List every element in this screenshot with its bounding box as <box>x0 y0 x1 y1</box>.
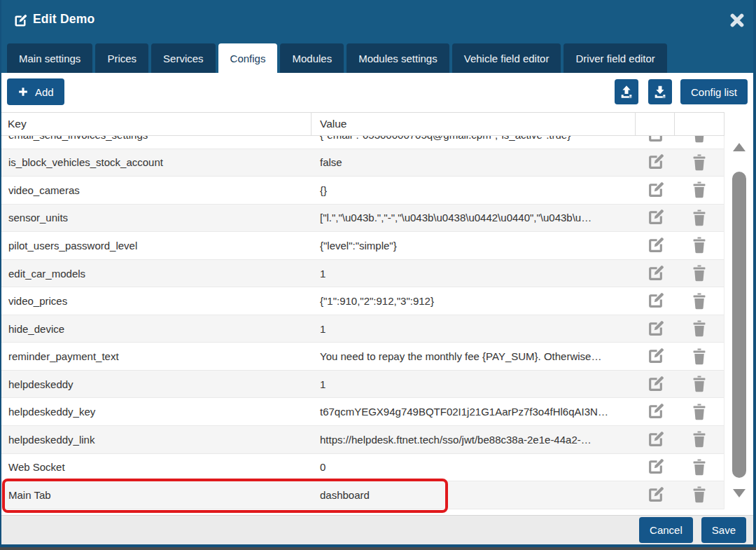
trash-icon <box>692 181 707 198</box>
scrollbar-thumb[interactable] <box>732 172 746 478</box>
trash-icon <box>692 459 707 476</box>
row-key: Web Socket <box>1 461 312 473</box>
tab-prices[interactable]: Prices <box>95 43 148 73</box>
row-value: 1 <box>312 323 636 335</box>
vertical-scrollbar <box>731 137 748 509</box>
edit-row-button[interactable] <box>646 375 664 393</box>
table-row: email_send_invoices_settings {"email":"0… <box>1 136 724 149</box>
edit-icon <box>647 320 664 338</box>
delete-row-button[interactable] <box>690 153 708 172</box>
upload-button[interactable] <box>615 79 638 104</box>
row-value: dashboard <box>312 489 636 501</box>
edit-row-button[interactable] <box>646 236 664 254</box>
config-list-button[interactable]: Config list <box>680 79 748 104</box>
trash-icon <box>692 237 707 254</box>
trash-icon <box>692 348 707 365</box>
trash-icon <box>692 376 707 392</box>
table-row: sensor_units ["l.","\u043b.","-","\u043b… <box>1 205 724 233</box>
row-key: Main Tab <box>1 489 312 501</box>
trash-icon <box>692 209 707 226</box>
delete-row-button[interactable] <box>690 236 708 254</box>
delete-row-button[interactable] <box>690 486 708 504</box>
row-key: hide_device <box>1 323 312 335</box>
column-header-key: Key <box>1 113 312 135</box>
tab-vehicle-field-editor[interactable]: Vehicle field editor <box>452 43 561 73</box>
trash-icon <box>692 320 707 337</box>
scroll-up-arrow[interactable] <box>733 143 746 151</box>
download-button[interactable] <box>648 79 672 104</box>
tab-main-settings[interactable]: Main settings <box>7 43 92 73</box>
trash-icon <box>692 404 707 420</box>
delete-row-button[interactable] <box>690 264 708 282</box>
row-key: video_prices <box>1 295 312 307</box>
edit-row-button[interactable] <box>646 264 664 282</box>
tab-modules[interactable]: Modules <box>280 43 344 73</box>
cancel-button[interactable]: Cancel <box>639 517 693 543</box>
modal-title: Edit Demo <box>33 12 94 27</box>
edit-row-button[interactable] <box>646 486 664 504</box>
table-row: Main Tab dashboard <box>1 481 724 509</box>
edit-icon <box>647 486 664 504</box>
row-key: reminder_payment_text <box>1 350 312 362</box>
table-row: is_block_vehicles_stock_account false <box>1 149 724 177</box>
edit-row-button[interactable] <box>646 153 664 172</box>
table-row: hide_device 1 <box>1 315 724 343</box>
modal-titlebar: Edit Demo <box>0 0 756 43</box>
edit-row-button[interactable] <box>646 348 664 366</box>
column-header-delete <box>675 113 723 135</box>
delete-row-button[interactable] <box>690 403 708 421</box>
delete-row-button[interactable] <box>690 181 708 199</box>
tab-configs[interactable]: Configs <box>218 43 278 73</box>
tab-driver-field-editor[interactable]: Driver field editor <box>564 43 666 73</box>
modal-footer: Cancel Save <box>0 515 753 544</box>
edit-row-button[interactable] <box>646 403 664 421</box>
delete-row-button[interactable] <box>690 348 708 366</box>
plus-icon <box>18 86 29 97</box>
edit-row-button[interactable] <box>646 292 664 310</box>
row-key: helpdeskeddy_key <box>1 406 312 418</box>
scroll-down-arrow[interactable] <box>733 489 746 497</box>
table-row: helpdeskeddy_key t67qcmYEGX94g749BQTF02I… <box>1 398 724 426</box>
table-rows: email_send_invoices_settings {"email":"0… <box>1 136 724 509</box>
edit-row-button[interactable] <box>646 319 664 338</box>
delete-row-button[interactable] <box>690 209 708 227</box>
trash-icon <box>692 136 707 143</box>
edit-row-button[interactable] <box>646 136 664 144</box>
row-key: video_cameras <box>1 184 312 196</box>
tab-modules-settings[interactable]: Modules settings <box>346 43 449 73</box>
delete-row-button[interactable] <box>690 292 708 310</box>
table-row: video_cameras {} <box>1 177 724 205</box>
table-row: reminder_payment_text You need to repay … <box>1 343 724 371</box>
row-value: 0 <box>312 461 636 473</box>
close-icon[interactable] <box>729 13 746 29</box>
edit-row-button[interactable] <box>646 181 664 199</box>
add-button[interactable]: Add <box>7 78 64 105</box>
save-button[interactable]: Save <box>701 517 746 543</box>
edit-icon <box>647 265 664 282</box>
tab-services[interactable]: Services <box>151 43 216 73</box>
row-value: https://helpdesk.ftnet.tech/sso/jwt/be88… <box>312 434 636 446</box>
row-key: is_block_vehicles_stock_account <box>1 156 312 168</box>
column-header-value: Value <box>312 113 636 135</box>
edit-row-button[interactable] <box>646 209 664 227</box>
edit-icon <box>647 153 664 171</box>
row-value: false <box>312 156 636 168</box>
row-value: {"email":"05300000705q@gmail.cpm","is_ac… <box>312 136 636 141</box>
table-row: Web Socket 0 <box>1 454 724 482</box>
row-value: 1 <box>312 268 636 280</box>
edit-icon <box>647 136 664 144</box>
delete-row-button[interactable] <box>690 319 708 338</box>
delete-row-button[interactable] <box>690 375 708 393</box>
table-row: video_prices {"1":910,"2":912,"3":912} <box>1 287 724 315</box>
edit-icon <box>647 458 664 476</box>
table-header: Key Value <box>1 112 724 136</box>
edit-row-button[interactable] <box>646 430 664 448</box>
row-key: email_send_invoices_settings <box>1 136 312 141</box>
delete-row-button[interactable] <box>690 458 708 476</box>
edit-row-button[interactable] <box>646 458 664 476</box>
modal-border-left <box>0 0 1 547</box>
delete-row-button[interactable] <box>690 430 708 448</box>
row-value: You need to repay the monthly fee {PAY_S… <box>312 350 636 362</box>
delete-row-button[interactable] <box>690 136 708 144</box>
table-row: helpdeskeddy 1 <box>1 371 724 399</box>
